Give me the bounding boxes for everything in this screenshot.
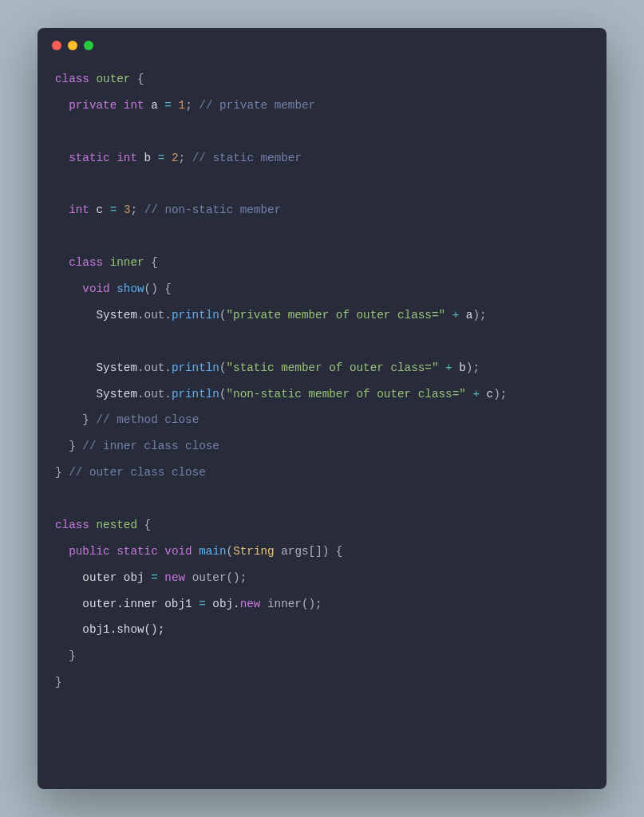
keyword-class: class — [69, 256, 103, 269]
minimize-icon[interactable] — [68, 41, 77, 50]
paren: ( — [219, 361, 227, 374]
decl: outer.inner obj1 — [82, 598, 199, 610]
comment: // non-static member — [144, 203, 282, 216]
println: println — [172, 309, 219, 322]
paren: ( — [219, 309, 227, 322]
op-eq: = — [151, 571, 158, 584]
keyword-class: class — [55, 519, 89, 531]
call: outer(); — [185, 571, 247, 584]
op-plus: + — [445, 309, 466, 322]
type-int: int — [124, 99, 144, 112]
semi: ; — [130, 203, 137, 216]
decl: outer obj — [82, 571, 151, 584]
op-eq: = — [164, 99, 172, 112]
keyword-static: static — [69, 152, 109, 164]
class-name-nested: nested — [97, 519, 137, 531]
brace: } — [82, 413, 89, 426]
sys: System — [96, 388, 136, 401]
type-int: int — [117, 152, 137, 164]
class-name-outer: outer — [97, 73, 131, 85]
var-c: c — [97, 203, 104, 216]
obj-dot: obj. — [206, 598, 240, 610]
keyword-new: new — [158, 571, 185, 584]
semi: ; — [179, 152, 186, 164]
brace: } — [69, 649, 76, 662]
method-show: show — [117, 282, 144, 295]
op-eq: = — [158, 152, 165, 164]
type-int: int — [69, 203, 89, 216]
class-name-inner: inner — [110, 256, 144, 269]
num-1: 1 — [179, 99, 186, 112]
op-plus: + — [466, 388, 487, 401]
brace: { — [137, 519, 151, 531]
op-plus: + — [439, 361, 460, 374]
maximize-icon[interactable] — [84, 41, 93, 50]
window-titlebar — [38, 28, 606, 55]
dot: .out. — [137, 361, 172, 374]
paren: ( — [227, 545, 234, 558]
dot: .out. — [137, 388, 172, 401]
comment: // inner class close — [82, 440, 219, 452]
op-eq: = — [110, 203, 117, 216]
keyword-public: public — [69, 545, 109, 558]
type-string: String — [233, 545, 274, 558]
op-eq: = — [199, 598, 206, 610]
keyword-static: static — [117, 545, 157, 558]
code-block: class outer { private int a = 1; // priv… — [38, 55, 606, 713]
println: println — [172, 388, 219, 401]
type-void: void — [164, 545, 192, 558]
code-window: class outer { private int a = 1; // priv… — [38, 28, 606, 789]
println: println — [172, 361, 219, 374]
keyword-new: new — [240, 598, 261, 610]
string-literal: "private member of outer class=" — [227, 309, 446, 322]
sys: System — [96, 361, 136, 374]
dot: .out. — [137, 309, 172, 322]
comment: // private member — [199, 99, 315, 112]
close: ); — [472, 309, 486, 322]
keyword-private: private — [69, 99, 117, 112]
brace: { — [130, 73, 144, 85]
method-main: main — [199, 545, 226, 558]
string-literal: "non-static member of outer class=" — [227, 388, 466, 401]
var-b: b — [144, 152, 152, 164]
comment: // outer class close — [69, 466, 206, 479]
comment: // method close — [97, 413, 200, 426]
keyword-class: class — [55, 73, 89, 85]
brace: } — [55, 466, 62, 479]
brace: } — [55, 676, 62, 689]
close-icon[interactable] — [52, 41, 61, 50]
close: ); — [466, 361, 480, 374]
comment: // static member — [192, 152, 302, 164]
paren: () { — [144, 282, 172, 295]
close: ); — [493, 388, 507, 401]
type-void: void — [82, 282, 109, 295]
sys: System — [96, 309, 136, 322]
string-literal: "static member of outer class=" — [227, 361, 439, 374]
brace: } — [69, 440, 76, 452]
var-b: b — [459, 361, 466, 374]
num-2: 2 — [172, 152, 179, 164]
paren: ( — [219, 388, 227, 401]
var-a: a — [151, 99, 158, 112]
semi: ; — [185, 99, 192, 112]
call: obj1.show(); — [82, 623, 164, 636]
var-c: c — [487, 388, 494, 401]
args: args[]) { — [275, 545, 343, 558]
call: inner(); — [260, 598, 322, 610]
brace: { — [144, 256, 158, 269]
